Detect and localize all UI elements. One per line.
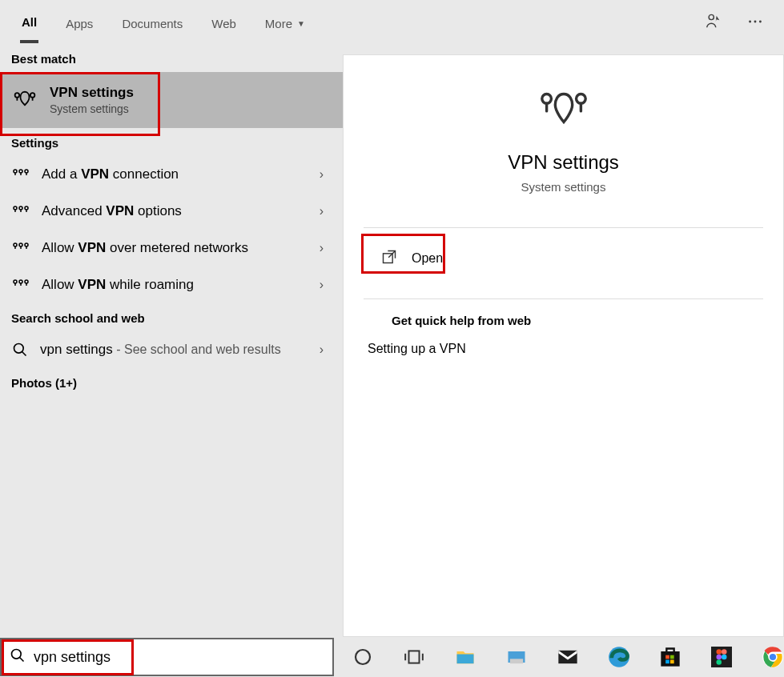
chevron-down-icon: ▼ — [297, 19, 305, 28]
quick-help-header: Get quick help from web — [344, 299, 783, 335]
result-label: Add a VPN connection — [42, 166, 308, 182]
vpn-icon — [11, 166, 30, 183]
search-icon — [11, 341, 29, 359]
svg-point-12 — [14, 243, 17, 246]
chevron-right-icon: › — [320, 167, 332, 182]
overflow-icon[interactable] — [746, 13, 764, 34]
svg-point-19 — [541, 94, 551, 104]
vpn-icon — [11, 202, 30, 220]
svg-point-14 — [25, 243, 28, 246]
svg-point-6 — [14, 170, 17, 173]
open-label: Open — [412, 251, 443, 266]
best-match-result[interactable]: VPN settings System settings — [0, 72, 343, 128]
best-match-title: VPN settings — [50, 85, 134, 101]
web-search-result[interactable]: vpn settings - See school and web result… — [0, 331, 343, 368]
svg-point-15 — [14, 280, 17, 283]
settings-result-advanced-vpn[interactable]: Advanced VPN options › — [0, 193, 343, 230]
tab-more[interactable]: More ▼ — [263, 2, 307, 42]
cortana-icon[interactable] — [352, 646, 374, 668]
svg-point-1 — [749, 21, 751, 23]
svg-point-7 — [19, 170, 22, 173]
divider — [364, 227, 763, 228]
search-input[interactable] — [34, 649, 324, 666]
svg-rect-28 — [661, 651, 679, 667]
best-match-subtitle: System settings — [50, 102, 134, 115]
taskbar — [0, 637, 784, 677]
figma-icon[interactable] — [710, 646, 733, 668]
tab-web[interactable]: Web — [210, 2, 238, 42]
result-label: vpn settings - See school and web result… — [40, 342, 308, 358]
svg-point-9 — [14, 206, 17, 210]
svg-point-37 — [722, 655, 727, 660]
settings-result-vpn-roaming[interactable]: Allow VPN while roaming › — [0, 266, 343, 303]
tab-all[interactable]: All — [20, 1, 38, 43]
edge-icon[interactable] — [608, 646, 630, 668]
svg-point-34 — [717, 649, 722, 655]
vpn-icon — [11, 90, 38, 110]
tab-documents[interactable]: Documents — [120, 2, 184, 42]
vpn-icon — [536, 118, 592, 131]
svg-point-4 — [15, 93, 20, 98]
section-search-web: Search school and web — [0, 303, 343, 331]
tab-more-label: More — [265, 17, 292, 30]
result-label: Advanced VPN options — [42, 203, 308, 219]
vpn-icon — [11, 239, 30, 257]
preview-title: VPN settings — [360, 151, 767, 174]
app-icon[interactable] — [505, 646, 528, 668]
svg-rect-31 — [665, 660, 669, 664]
open-button[interactable]: Open — [364, 236, 763, 281]
svg-point-18 — [14, 344, 24, 354]
taskbar-search-box[interactable] — [0, 638, 334, 676]
file-explorer-icon[interactable] — [454, 646, 476, 668]
preview-panel: VPN settings System settings Open Get qu… — [343, 54, 784, 637]
task-view-icon[interactable] — [403, 646, 425, 668]
svg-point-13 — [19, 243, 22, 246]
svg-point-5 — [30, 93, 35, 98]
preview-subtitle: System settings — [360, 180, 767, 194]
svg-point-35 — [722, 649, 727, 655]
svg-point-22 — [12, 650, 22, 659]
microsoft-store-icon[interactable] — [659, 646, 681, 668]
svg-rect-30 — [670, 655, 674, 659]
tab-apps[interactable]: Apps — [64, 2, 94, 42]
svg-point-8 — [25, 170, 28, 173]
result-label: Allow VPN over metered networks — [42, 240, 308, 256]
svg-point-11 — [25, 206, 28, 210]
mail-icon[interactable] — [557, 646, 579, 668]
open-external-icon — [381, 249, 397, 268]
settings-result-vpn-metered[interactable]: Allow VPN over metered networks › — [0, 230, 343, 266]
chevron-right-icon: › — [320, 278, 332, 292]
search-filter-tabs: All Apps Documents Web More ▼ — [0, 0, 784, 44]
svg-point-2 — [754, 21, 757, 23]
result-label: Allow VPN while roaming — [42, 277, 308, 293]
svg-rect-26 — [510, 659, 523, 663]
quick-help-link[interactable]: Setting up a VPN — [344, 335, 783, 363]
search-icon — [10, 647, 26, 667]
svg-point-10 — [19, 206, 22, 210]
svg-point-38 — [717, 659, 722, 665]
svg-point-17 — [25, 280, 28, 283]
chevron-right-icon: › — [320, 204, 332, 218]
svg-point-23 — [356, 650, 370, 664]
svg-point-36 — [717, 655, 722, 660]
svg-point-3 — [759, 21, 762, 23]
vpn-icon — [11, 276, 30, 294]
section-photos: Photos (1+) — [0, 368, 343, 396]
svg-rect-29 — [665, 655, 669, 659]
section-best-match: Best match — [0, 44, 343, 72]
results-panel: Best match VPN settings System settings … — [0, 44, 343, 637]
svg-point-0 — [709, 14, 714, 19]
chevron-right-icon: › — [320, 241, 332, 255]
settings-result-add-vpn[interactable]: Add a VPN connection › — [0, 156, 343, 193]
svg-point-16 — [19, 280, 22, 283]
chevron-right-icon: › — [320, 343, 332, 357]
section-settings: Settings — [0, 128, 343, 156]
svg-rect-24 — [409, 651, 420, 663]
svg-rect-32 — [670, 660, 674, 664]
svg-point-20 — [576, 94, 585, 104]
feedback-icon[interactable] — [705, 13, 722, 34]
chrome-icon[interactable] — [762, 646, 784, 668]
